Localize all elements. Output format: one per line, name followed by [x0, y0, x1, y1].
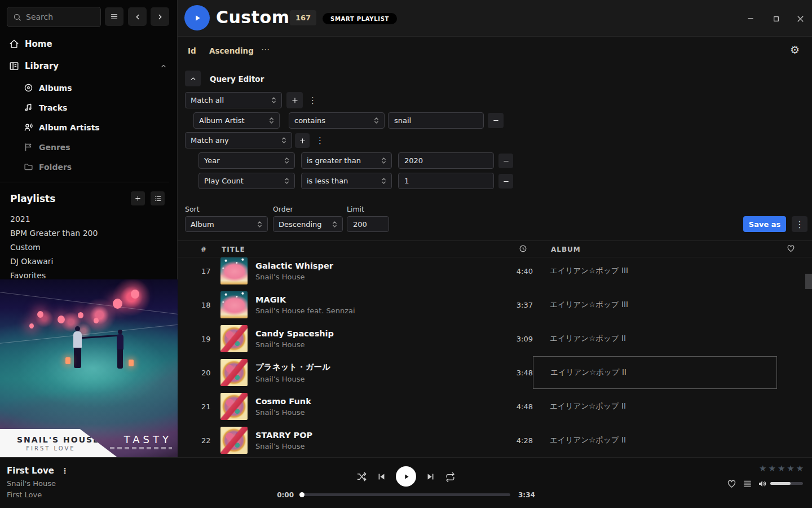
sort-field-button[interactable]: Id [188, 46, 196, 55]
rule-operator-select[interactable]: contains [289, 112, 385, 129]
limit-input[interactable] [347, 216, 389, 232]
remove-rule-button[interactable] [498, 154, 513, 168]
group-menu-button-2[interactable]: ⋮ [316, 132, 324, 148]
query-editor-collapse-button[interactable] [185, 71, 201, 86]
star-icon[interactable]: ★ [768, 463, 775, 474]
scrollbar-thumb[interactable] [805, 274, 812, 289]
order-select[interactable]: Descending [273, 216, 343, 232]
column-index[interactable]: # [201, 246, 207, 253]
now-playing-album-art[interactable]: SNAIL'S HOUSE FIRST LOVE TASTY [0, 279, 178, 457]
queue-button[interactable] [743, 479, 752, 489]
playlist-item[interactable]: DJ Okawari [0, 254, 169, 268]
group-menu-button-1[interactable]: ⋮ [308, 92, 317, 108]
album-cover-thumbnail[interactable] [220, 359, 248, 386]
sidebar-item-genres[interactable]: Genres [0, 137, 177, 157]
track-artist[interactable]: Snail’s House [255, 273, 493, 281]
album-cover-thumbnail[interactable] [220, 393, 248, 420]
track-artist[interactable]: Snail’s House [255, 340, 493, 349]
collapse-chevron-icon[interactable] [160, 63, 167, 69]
table-row[interactable]: 17 Galactic Whisper Snail’s House 4:40 エ… [178, 254, 812, 288]
now-playing-album[interactable]: First Love [7, 491, 42, 499]
play-pause-button[interactable] [396, 466, 416, 487]
table-row[interactable]: 20 プラネット・ガール Snail’s House 3:48 エイリアン☆ポッ… [178, 356, 812, 389]
column-title[interactable]: TITLE [222, 246, 245, 253]
save-as-button[interactable]: Save as [743, 216, 786, 232]
seek-thumb[interactable] [299, 492, 304, 497]
table-row[interactable]: 22 STARRY POP Snail’s House 4:28 エイリアン☆ポ… [178, 423, 812, 457]
track-title[interactable]: MAGIK [255, 295, 493, 304]
next-button[interactable] [426, 472, 435, 481]
track-title[interactable]: STARRY POP [255, 431, 493, 440]
track-album-focused-cell[interactable]: エイリアン☆ポップ II [533, 356, 777, 389]
rule-operator-select[interactable]: is less than [301, 173, 392, 189]
settings-gear-icon[interactable]: ⚙ [790, 43, 800, 56]
sidebar-item-albums[interactable]: Albums [0, 78, 177, 98]
sidebar-item-folders[interactable]: Folders [0, 157, 177, 177]
track-album[interactable]: エイリアン☆ポップ II [533, 322, 777, 356]
add-rule-button-1[interactable] [286, 92, 303, 108]
track-album[interactable]: エイリアン☆ポップ III [533, 288, 777, 322]
previous-button[interactable] [377, 472, 386, 481]
play-playlist-button[interactable] [184, 5, 210, 30]
star-icon[interactable]: ★ [759, 463, 766, 474]
rule-operator-select[interactable]: is greater than [301, 152, 392, 169]
column-album[interactable]: ALBUM [551, 246, 581, 253]
table-row[interactable]: 19 Candy Spaceship Snail’s House 3:09 エイ… [178, 322, 812, 356]
duration-clock-icon[interactable] [519, 244, 527, 253]
seek-slider[interactable] [302, 493, 510, 496]
sort-order-button[interactable]: Ascending [209, 46, 254, 55]
rule-value-input[interactable] [398, 173, 494, 189]
rule-value-input[interactable] [398, 152, 494, 169]
now-playing-title[interactable]: First Love [7, 466, 54, 476]
star-icon[interactable]: ★ [787, 463, 794, 474]
rule-field-select[interactable]: Play Count [198, 173, 295, 189]
more-options-button[interactable]: ⋯ [261, 45, 270, 55]
now-playing-menu-button[interactable]: ⋮ [61, 466, 69, 475]
playlist-item[interactable]: 2021 [0, 212, 169, 226]
track-album[interactable]: エイリアン☆ポップ II [533, 423, 777, 457]
match-type-select-2[interactable]: Match any [185, 132, 292, 148]
playlist-item[interactable]: Custom [0, 240, 169, 254]
track-artist[interactable]: Snail’s House [255, 442, 493, 450]
table-row[interactable]: 18 MAGIK Snail’s House feat. Sennzai 3:3… [178, 288, 812, 322]
playlist-item[interactable]: BPM Greater than 200 [0, 226, 169, 240]
remove-rule-button[interactable] [498, 174, 513, 189]
track-title[interactable]: Galactic Whisper [255, 261, 493, 270]
repeat-button[interactable] [445, 472, 456, 483]
track-title[interactable]: Cosmo Funk [255, 397, 493, 406]
track-album[interactable]: エイリアン☆ポップ II [533, 389, 777, 423]
add-rule-button-2[interactable] [295, 133, 310, 148]
menu-button[interactable] [105, 7, 123, 26]
table-row[interactable]: 21 Cosmo Funk Snail’s House 4:48 エイリアン☆ポ… [178, 389, 812, 423]
search-input[interactable] [7, 7, 101, 27]
sidebar-item-tracks[interactable]: Tracks [0, 98, 177, 117]
back-button[interactable] [128, 7, 147, 26]
sidebar-item-album-artists[interactable]: Album Artists [0, 117, 177, 137]
forward-button[interactable] [151, 7, 169, 26]
sidebar-item-home[interactable]: Home [0, 33, 177, 55]
window-maximize-button[interactable] [771, 14, 781, 24]
match-type-select-1[interactable]: Match all [185, 92, 282, 108]
shuffle-button[interactable] [356, 471, 367, 482]
save-options-button[interactable]: ⋮ [792, 216, 807, 232]
window-close-button[interactable] [795, 14, 805, 24]
track-title[interactable]: Candy Spaceship [255, 329, 493, 338]
sort-select[interactable]: Album [185, 216, 268, 232]
window-minimize-button[interactable] [745, 14, 756, 24]
favorite-button[interactable] [727, 479, 736, 489]
rule-field-select[interactable]: Year [198, 152, 295, 169]
track-title[interactable]: プラネット・ガール [255, 362, 493, 373]
remove-rule-button[interactable] [488, 113, 504, 128]
track-artist[interactable]: Snail’s House feat. Sennzai [255, 306, 493, 315]
track-artist[interactable]: Snail’s House [255, 408, 493, 417]
star-icon[interactable]: ★ [778, 463, 785, 474]
track-artist[interactable]: Snail’s House [255, 375, 493, 383]
rule-field-select[interactable]: Album Artist [193, 112, 280, 129]
favorite-heart-icon[interactable] [787, 244, 795, 253]
album-cover-thumbnail[interactable] [220, 427, 248, 454]
playlist-list-button[interactable] [151, 191, 165, 205]
search-field[interactable] [26, 12, 88, 21]
sidebar-item-library[interactable]: Library [0, 55, 177, 77]
volume-slider[interactable] [770, 482, 803, 485]
album-cover-thumbnail[interactable] [220, 291, 248, 318]
